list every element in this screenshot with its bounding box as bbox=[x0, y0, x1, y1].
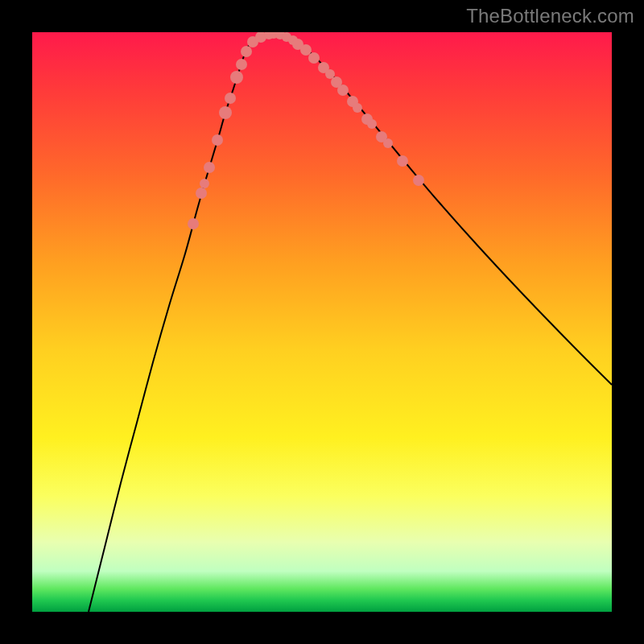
data-marker bbox=[188, 218, 199, 229]
data-marker bbox=[212, 134, 223, 146]
bottleneck-curve bbox=[89, 34, 612, 612]
data-marker bbox=[200, 179, 209, 188]
chart-frame: TheBottleneck.com bbox=[0, 0, 644, 644]
data-marker bbox=[337, 85, 349, 96]
data-marker bbox=[219, 106, 232, 119]
data-marker bbox=[353, 103, 362, 113]
data-marker bbox=[300, 44, 312, 56]
data-marker bbox=[367, 119, 377, 129]
data-marker bbox=[308, 52, 320, 64]
data-marker bbox=[397, 155, 408, 167]
data-marker bbox=[204, 162, 215, 173]
data-marker bbox=[383, 138, 393, 148]
data-marker bbox=[236, 59, 247, 70]
data-marker bbox=[196, 188, 207, 199]
chart-svg bbox=[32, 32, 612, 612]
data-markers bbox=[188, 32, 424, 229]
data-marker bbox=[225, 93, 236, 104]
data-marker bbox=[241, 46, 252, 57]
data-marker bbox=[230, 71, 243, 84]
plot-area bbox=[32, 32, 612, 612]
watermark-text: TheBottleneck.com bbox=[466, 5, 634, 27]
data-marker bbox=[413, 175, 424, 186]
